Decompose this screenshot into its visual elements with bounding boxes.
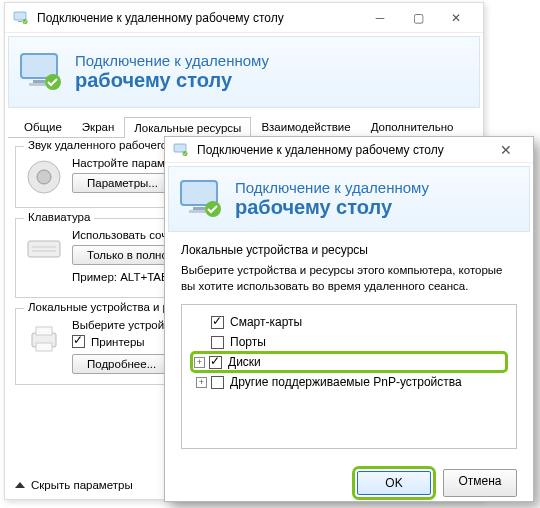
speaker-icon xyxy=(24,157,64,197)
tree-label: Другие поддерживаемые PnP-устройства xyxy=(230,375,462,389)
svg-point-8 xyxy=(37,170,51,184)
tab-general[interactable]: Общие xyxy=(14,116,72,137)
rdp-banner-icon xyxy=(17,48,65,96)
tree-item-drives[interactable]: + Диски xyxy=(192,353,506,371)
ok-button[interactable]: OK xyxy=(357,471,431,495)
titlebar: Подключение к удаленному рабочему столу … xyxy=(5,3,483,33)
resources-tree[interactable]: Смарт-карты Порты + Диски + Другие подде… xyxy=(181,304,517,449)
dialog-titlebar: Подключение к удаленному рабочему столу … xyxy=(165,137,533,163)
ports-checkbox[interactable] xyxy=(211,336,224,349)
tree-item-smartcards[interactable]: Смарт-карты xyxy=(192,313,506,331)
tab-display[interactable]: Экран xyxy=(72,116,124,137)
tree-expand-placeholder xyxy=(196,337,207,348)
tree-label: Диски xyxy=(228,355,261,369)
banner-line1: Подключение к удаленному xyxy=(75,52,269,69)
dialog-close-button[interactable]: ✕ xyxy=(487,137,525,163)
printer-icon xyxy=(24,319,64,359)
rdp-app-icon xyxy=(13,10,29,26)
maximize-button[interactable]: ▢ xyxy=(399,5,437,31)
ok-highlight: OK xyxy=(355,469,433,497)
group-keyboard-title: Клавиатура xyxy=(24,211,94,223)
tab-advanced[interactable]: Дополнительно xyxy=(361,116,464,137)
dialog-banner: Подключение к удаленному рабочему столу xyxy=(168,166,530,232)
tab-bar: Общие Экран Локальные ресурсы Взаимодейс… xyxy=(8,112,480,138)
banner-text: Подключение к удаленному рабочему столу xyxy=(75,52,269,92)
tree-expand-placeholder xyxy=(196,317,207,328)
header-banner: Подключение к удаленному рабочему столу xyxy=(8,36,480,108)
tree-expand-button[interactable]: + xyxy=(194,357,205,368)
dialog-banner-line2: рабочему столу xyxy=(235,196,429,219)
window-title: Подключение к удаленному рабочему столу xyxy=(37,11,361,25)
svg-rect-15 xyxy=(174,144,186,152)
drives-checkbox[interactable] xyxy=(209,356,222,369)
svg-rect-13 xyxy=(36,327,52,335)
dialog-instruction: Выберите устройства и ресурсы этого комп… xyxy=(181,263,517,294)
tree-label: Смарт-карты xyxy=(230,315,302,329)
audio-settings-button[interactable]: Параметры... xyxy=(72,173,173,193)
tree-expand-button[interactable]: + xyxy=(196,377,207,388)
dialog-title: Подключение к удаленному рабочему столу xyxy=(197,143,487,157)
dialog-banner-line1: Подключение к удаленному xyxy=(235,179,429,196)
smartcards-checkbox[interactable] xyxy=(211,316,224,329)
rdp-banner-icon xyxy=(177,175,225,223)
hide-options-label: Скрыть параметры xyxy=(31,479,133,491)
devices-more-button[interactable]: Подробнее... xyxy=(72,354,171,374)
svg-rect-0 xyxy=(14,12,26,20)
svg-rect-4 xyxy=(33,80,45,83)
pnp-checkbox[interactable] xyxy=(211,376,224,389)
minimize-button[interactable]: ─ xyxy=(361,5,399,31)
hide-options-toggle[interactable]: Скрыть параметры xyxy=(15,479,133,491)
dialog-button-row: OK Отмена xyxy=(165,457,533,497)
rdp-local-resources-dialog: Подключение к удаленному рабочему столу … xyxy=(164,136,534,502)
tab-experience[interactable]: Взаимодействие xyxy=(251,116,360,137)
tree-label: Порты xyxy=(230,335,266,349)
svg-rect-14 xyxy=(36,343,52,351)
tab-local-resources[interactable]: Локальные ресурсы xyxy=(124,117,251,138)
printers-label: Принтеры xyxy=(91,336,145,348)
dialog-body: Локальные устройства и ресурсы Выберите … xyxy=(165,235,533,457)
close-button[interactable]: ✕ xyxy=(437,5,475,31)
banner-line2: рабочему столу xyxy=(75,69,269,92)
keyboard-icon xyxy=(24,229,64,269)
dialog-banner-text: Подключение к удаленному рабочему столу xyxy=(235,179,429,219)
rdp-app-icon xyxy=(173,142,189,158)
dialog-section-heading: Локальные устройства и ресурсы xyxy=(181,243,517,257)
svg-rect-9 xyxy=(28,241,60,257)
tree-item-pnp[interactable]: + Другие поддерживаемые PnP-устройства xyxy=(192,373,506,391)
svg-rect-18 xyxy=(193,207,205,210)
chevron-up-icon xyxy=(15,482,25,488)
tree-item-ports[interactable]: Порты xyxy=(192,333,506,351)
cancel-button[interactable]: Отмена xyxy=(443,469,517,497)
svg-rect-1 xyxy=(18,21,22,22)
